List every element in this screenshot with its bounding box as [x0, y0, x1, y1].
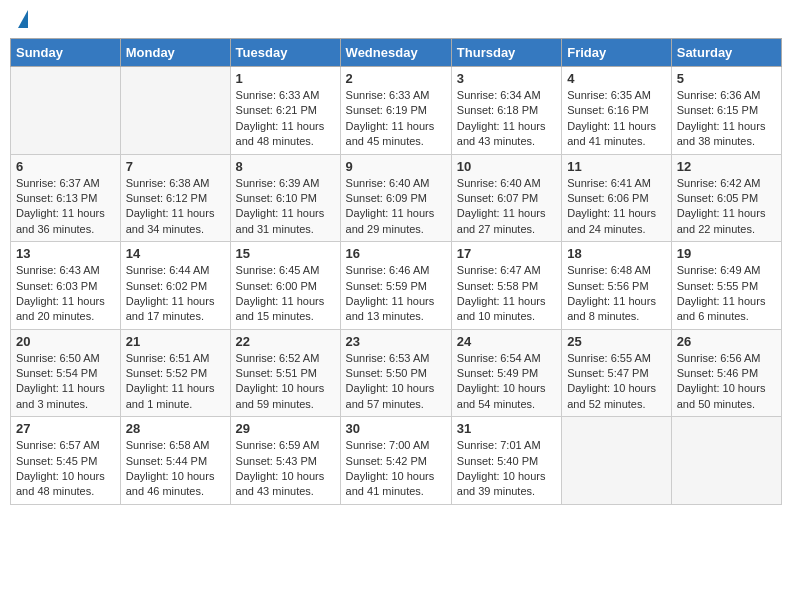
calendar-cell: 30 Sunrise: 7:00 AMSunset: 5:42 PMDaylig…	[340, 417, 451, 505]
calendar-week-row: 20 Sunrise: 6:50 AMSunset: 5:54 PMDaylig…	[11, 329, 782, 417]
calendar-cell: 2 Sunrise: 6:33 AMSunset: 6:19 PMDayligh…	[340, 67, 451, 155]
day-number: 1	[236, 71, 335, 86]
column-header-sunday: Sunday	[11, 39, 121, 67]
calendar-cell	[120, 67, 230, 155]
day-info: Sunrise: 6:41 AMSunset: 6:06 PMDaylight:…	[567, 176, 665, 238]
day-info: Sunrise: 6:50 AMSunset: 5:54 PMDaylight:…	[16, 351, 115, 413]
calendar-cell: 4 Sunrise: 6:35 AMSunset: 6:16 PMDayligh…	[562, 67, 671, 155]
calendar-cell: 6 Sunrise: 6:37 AMSunset: 6:13 PMDayligh…	[11, 154, 121, 242]
day-number: 31	[457, 421, 556, 436]
day-info: Sunrise: 7:01 AMSunset: 5:40 PMDaylight:…	[457, 438, 556, 500]
day-number: 21	[126, 334, 225, 349]
calendar-week-row: 13 Sunrise: 6:43 AMSunset: 6:03 PMDaylig…	[11, 242, 782, 330]
day-info: Sunrise: 6:38 AMSunset: 6:12 PMDaylight:…	[126, 176, 225, 238]
day-number: 9	[346, 159, 446, 174]
day-number: 22	[236, 334, 335, 349]
day-number: 12	[677, 159, 776, 174]
column-header-thursday: Thursday	[451, 39, 561, 67]
calendar-cell: 20 Sunrise: 6:50 AMSunset: 5:54 PMDaylig…	[11, 329, 121, 417]
day-info: Sunrise: 6:58 AMSunset: 5:44 PMDaylight:…	[126, 438, 225, 500]
day-number: 24	[457, 334, 556, 349]
day-number: 11	[567, 159, 665, 174]
calendar-week-row: 6 Sunrise: 6:37 AMSunset: 6:13 PMDayligh…	[11, 154, 782, 242]
day-info: Sunrise: 6:57 AMSunset: 5:45 PMDaylight:…	[16, 438, 115, 500]
day-number: 30	[346, 421, 446, 436]
day-info: Sunrise: 6:40 AMSunset: 6:09 PMDaylight:…	[346, 176, 446, 238]
day-info: Sunrise: 6:52 AMSunset: 5:51 PMDaylight:…	[236, 351, 335, 413]
day-number: 15	[236, 246, 335, 261]
calendar-cell: 29 Sunrise: 6:59 AMSunset: 5:43 PMDaylig…	[230, 417, 340, 505]
day-number: 5	[677, 71, 776, 86]
day-number: 17	[457, 246, 556, 261]
calendar-cell: 15 Sunrise: 6:45 AMSunset: 6:00 PMDaylig…	[230, 242, 340, 330]
calendar-cell: 25 Sunrise: 6:55 AMSunset: 5:47 PMDaylig…	[562, 329, 671, 417]
logo	[15, 10, 28, 28]
day-number: 4	[567, 71, 665, 86]
calendar-cell: 1 Sunrise: 6:33 AMSunset: 6:21 PMDayligh…	[230, 67, 340, 155]
calendar-cell: 27 Sunrise: 6:57 AMSunset: 5:45 PMDaylig…	[11, 417, 121, 505]
day-info: Sunrise: 6:44 AMSunset: 6:02 PMDaylight:…	[126, 263, 225, 325]
column-header-monday: Monday	[120, 39, 230, 67]
calendar-cell: 28 Sunrise: 6:58 AMSunset: 5:44 PMDaylig…	[120, 417, 230, 505]
day-info: Sunrise: 6:35 AMSunset: 6:16 PMDaylight:…	[567, 88, 665, 150]
day-info: Sunrise: 6:56 AMSunset: 5:46 PMDaylight:…	[677, 351, 776, 413]
calendar-table: SundayMondayTuesdayWednesdayThursdayFrid…	[10, 38, 782, 505]
calendar-week-row: 1 Sunrise: 6:33 AMSunset: 6:21 PMDayligh…	[11, 67, 782, 155]
day-info: Sunrise: 6:48 AMSunset: 5:56 PMDaylight:…	[567, 263, 665, 325]
day-number: 3	[457, 71, 556, 86]
day-info: Sunrise: 6:49 AMSunset: 5:55 PMDaylight:…	[677, 263, 776, 325]
day-number: 27	[16, 421, 115, 436]
day-number: 7	[126, 159, 225, 174]
column-header-tuesday: Tuesday	[230, 39, 340, 67]
calendar-cell: 10 Sunrise: 6:40 AMSunset: 6:07 PMDaylig…	[451, 154, 561, 242]
day-number: 10	[457, 159, 556, 174]
column-header-wednesday: Wednesday	[340, 39, 451, 67]
calendar-cell: 24 Sunrise: 6:54 AMSunset: 5:49 PMDaylig…	[451, 329, 561, 417]
day-info: Sunrise: 6:46 AMSunset: 5:59 PMDaylight:…	[346, 263, 446, 325]
day-info: Sunrise: 6:59 AMSunset: 5:43 PMDaylight:…	[236, 438, 335, 500]
calendar-cell: 18 Sunrise: 6:48 AMSunset: 5:56 PMDaylig…	[562, 242, 671, 330]
day-number: 29	[236, 421, 335, 436]
day-number: 14	[126, 246, 225, 261]
page-header	[10, 10, 782, 28]
calendar-cell: 9 Sunrise: 6:40 AMSunset: 6:09 PMDayligh…	[340, 154, 451, 242]
logo-triangle-icon	[18, 10, 28, 28]
calendar-cell: 11 Sunrise: 6:41 AMSunset: 6:06 PMDaylig…	[562, 154, 671, 242]
calendar-cell: 23 Sunrise: 6:53 AMSunset: 5:50 PMDaylig…	[340, 329, 451, 417]
day-info: Sunrise: 6:33 AMSunset: 6:19 PMDaylight:…	[346, 88, 446, 150]
calendar-cell: 31 Sunrise: 7:01 AMSunset: 5:40 PMDaylig…	[451, 417, 561, 505]
calendar-cell	[562, 417, 671, 505]
calendar-cell: 17 Sunrise: 6:47 AMSunset: 5:58 PMDaylig…	[451, 242, 561, 330]
day-number: 28	[126, 421, 225, 436]
calendar-week-row: 27 Sunrise: 6:57 AMSunset: 5:45 PMDaylig…	[11, 417, 782, 505]
day-number: 2	[346, 71, 446, 86]
day-info: Sunrise: 7:00 AMSunset: 5:42 PMDaylight:…	[346, 438, 446, 500]
day-number: 19	[677, 246, 776, 261]
day-info: Sunrise: 6:55 AMSunset: 5:47 PMDaylight:…	[567, 351, 665, 413]
column-header-saturday: Saturday	[671, 39, 781, 67]
day-number: 23	[346, 334, 446, 349]
calendar-cell	[11, 67, 121, 155]
calendar-cell: 14 Sunrise: 6:44 AMSunset: 6:02 PMDaylig…	[120, 242, 230, 330]
day-info: Sunrise: 6:42 AMSunset: 6:05 PMDaylight:…	[677, 176, 776, 238]
day-info: Sunrise: 6:45 AMSunset: 6:00 PMDaylight:…	[236, 263, 335, 325]
calendar-cell: 12 Sunrise: 6:42 AMSunset: 6:05 PMDaylig…	[671, 154, 781, 242]
day-number: 20	[16, 334, 115, 349]
calendar-cell: 19 Sunrise: 6:49 AMSunset: 5:55 PMDaylig…	[671, 242, 781, 330]
calendar-cell: 22 Sunrise: 6:52 AMSunset: 5:51 PMDaylig…	[230, 329, 340, 417]
calendar-cell: 8 Sunrise: 6:39 AMSunset: 6:10 PMDayligh…	[230, 154, 340, 242]
calendar-cell: 3 Sunrise: 6:34 AMSunset: 6:18 PMDayligh…	[451, 67, 561, 155]
calendar-header-row: SundayMondayTuesdayWednesdayThursdayFrid…	[11, 39, 782, 67]
day-info: Sunrise: 6:54 AMSunset: 5:49 PMDaylight:…	[457, 351, 556, 413]
column-header-friday: Friday	[562, 39, 671, 67]
calendar-cell: 21 Sunrise: 6:51 AMSunset: 5:52 PMDaylig…	[120, 329, 230, 417]
day-info: Sunrise: 6:43 AMSunset: 6:03 PMDaylight:…	[16, 263, 115, 325]
day-number: 13	[16, 246, 115, 261]
day-number: 26	[677, 334, 776, 349]
day-info: Sunrise: 6:33 AMSunset: 6:21 PMDaylight:…	[236, 88, 335, 150]
day-info: Sunrise: 6:53 AMSunset: 5:50 PMDaylight:…	[346, 351, 446, 413]
day-info: Sunrise: 6:36 AMSunset: 6:15 PMDaylight:…	[677, 88, 776, 150]
calendar-cell: 7 Sunrise: 6:38 AMSunset: 6:12 PMDayligh…	[120, 154, 230, 242]
calendar-cell	[671, 417, 781, 505]
day-number: 25	[567, 334, 665, 349]
